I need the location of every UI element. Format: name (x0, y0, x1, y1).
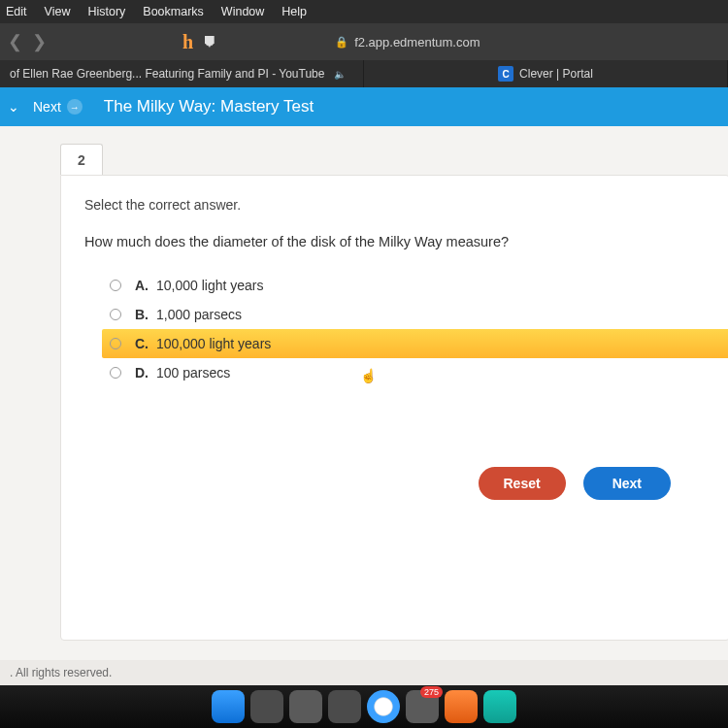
choice-b[interactable]: B. 1,000 parsecs (102, 300, 706, 329)
browser-tabstrip: of Ellen Rae Greenberg... Featuring Fami… (0, 60, 728, 87)
dock-app-icon[interactable] (289, 690, 322, 723)
radio-icon[interactable] (110, 367, 121, 379)
dock-mail-icon[interactable] (406, 690, 439, 723)
choice-letter: D. (135, 365, 156, 381)
dock-app-icon[interactable] (328, 690, 361, 723)
content-area: 2 Select the correct answer. How much do… (0, 126, 728, 670)
radio-icon[interactable] (110, 280, 121, 291)
question-number-tab[interactable]: 2 (60, 144, 103, 175)
tab-youtube[interactable]: of Ellen Rae Greenberg... Featuring Fami… (0, 60, 364, 87)
footer-text: . All rights reserved. (0, 660, 728, 685)
dock-app-icon[interactable] (445, 690, 478, 723)
page-title: The Milky Way: Mastery Test (104, 97, 314, 116)
choice-d[interactable]: D. 100 parsecs (102, 358, 706, 387)
menu-window[interactable]: Window (221, 5, 264, 18)
radio-icon[interactable] (110, 338, 121, 349)
next-button[interactable]: Next (583, 467, 671, 500)
mac-menubar: Edit View History Bookmarks Window Help (0, 0, 728, 23)
arrow-right-icon: → (67, 99, 83, 115)
menu-help[interactable]: Help (281, 5, 307, 18)
dock-app-icon[interactable] (483, 690, 516, 723)
choice-text: 10,000 light years (156, 278, 264, 293)
choice-text: 1,000 parsecs (156, 307, 242, 322)
mac-dock (0, 685, 728, 728)
question-stem: How much does the diameter of the disk o… (84, 234, 706, 249)
sound-icon[interactable]: 🔈 (334, 69, 346, 80)
instruction-text: Select the correct answer. (84, 197, 706, 213)
dock-safari-icon[interactable] (367, 690, 400, 723)
app-header: ⌄ Next → The Milky Way: Mastery Test (0, 87, 728, 126)
shield-icon[interactable]: ⛊ (203, 34, 216, 50)
tab-title: of Ellen Rae Greenberg... Featuring Fami… (10, 67, 324, 81)
dock-finder-icon[interactable] (212, 690, 245, 723)
dock-app-icon[interactable] (250, 690, 283, 723)
choice-letter: A. (135, 278, 156, 293)
tab-title: Clever | Portal (519, 67, 593, 81)
choice-letter: C. (135, 336, 156, 351)
forward-button[interactable]: ❯ (32, 31, 47, 52)
choice-a[interactable]: A. 10,000 light years (102, 271, 706, 300)
honey-extension-icon[interactable]: h (182, 31, 193, 53)
next-label: Next (33, 99, 61, 115)
cursor-pointer-icon: ☝ (360, 368, 377, 383)
radio-icon[interactable] (110, 309, 121, 320)
choice-c[interactable]: C. 100,000 light years (102, 329, 728, 358)
lock-icon: 🔒 (335, 36, 348, 49)
menu-history[interactable]: History (87, 5, 125, 18)
reset-button[interactable]: Reset (479, 467, 566, 500)
choice-letter: B. (135, 307, 156, 322)
next-activity-button[interactable]: Next → (33, 99, 83, 115)
menu-edit[interactable]: Edit (6, 5, 27, 18)
address-bar[interactable]: 🔒 f2.app.edmentum.com (335, 35, 480, 50)
menu-bookmarks[interactable]: Bookmarks (143, 5, 204, 18)
url-text: f2.app.edmentum.com (354, 35, 480, 50)
menu-view[interactable]: View (45, 5, 71, 18)
question-panel: Select the correct answer. How much does… (60, 175, 728, 641)
tab-clever[interactable]: C Clever | Portal (364, 60, 728, 87)
choice-text: 100,000 light years (156, 336, 271, 351)
collapse-chevron-icon[interactable]: ⌄ (0, 99, 27, 115)
browser-toolbar: ❮ ❯ h ⛊ 🔒 f2.app.edmentum.com (0, 23, 728, 60)
choice-text: 100 parsecs (156, 365, 230, 381)
clever-favicon: C (498, 66, 513, 82)
back-button[interactable]: ❮ (8, 31, 22, 52)
